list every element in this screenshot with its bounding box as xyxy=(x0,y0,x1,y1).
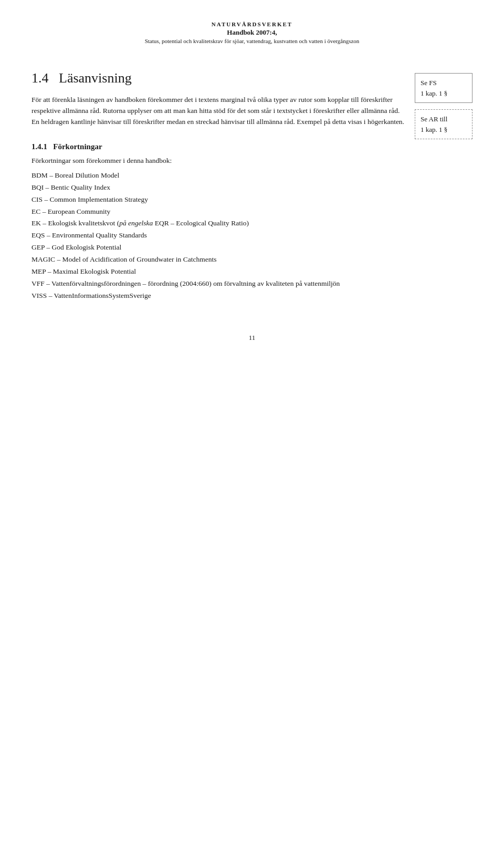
eqs-expansion: Environmental Quality Standards xyxy=(52,231,147,239)
list-item: CIS – Common Implementation Strategy xyxy=(32,194,404,206)
subsection-title: Förkortningar xyxy=(53,142,102,151)
header-title: Handbok 2007:4, xyxy=(32,28,472,37)
page: NATURVÅRDSVERKET Handbok 2007:4, Status,… xyxy=(0,0,504,860)
page-number: 11 xyxy=(32,334,472,342)
list-item: BQI – Bentic Quality Index xyxy=(32,182,404,194)
list-item: VISS – VattenInformationsSystemSverige xyxy=(32,290,404,302)
list-item: EQS – Environmental Quality Standards xyxy=(32,230,404,242)
cis-abbrev: CIS – xyxy=(32,195,50,203)
abbrev-intro: Förkortningar som förekommer i denna han… xyxy=(32,156,404,167)
list-item: VFF – Vattenförvaltningsförordningen – f… xyxy=(32,278,404,290)
sidebar-ar-line2: 1 kap. 1 § xyxy=(421,126,447,133)
sidebar: Se FS 1 kap. 1 § Se AR till 1 kap. 1 § xyxy=(415,73,472,139)
list-item: MEP – Maximal Ekologisk Potential xyxy=(32,266,404,278)
page-header: NATURVÅRDSVERKET Handbok 2007:4, Status,… xyxy=(32,21,472,44)
sidebar-fs-line2: 1 kap. 1 § xyxy=(421,89,447,97)
list-item: EK – Ekologisk kvalitetskvot (på engelsk… xyxy=(32,217,404,230)
sidebar-ar-line1: Se AR till xyxy=(421,115,447,123)
subsection-number: 1.4.1 xyxy=(32,142,47,151)
main-content: 1.4 Läsanvisning För att förenkla läsnin… xyxy=(32,70,404,302)
header-org: NATURVÅRDSVERKET xyxy=(32,21,472,27)
subsection-heading: 1.4.1 Förkortningar xyxy=(32,142,404,151)
content-wrapper: 1.4 Läsanvisning För att förenkla läsnin… xyxy=(32,70,472,302)
list-item: MAGIC – Model of Acidification of Ground… xyxy=(32,254,404,266)
list-item: BDM – Boreal Dilution Model xyxy=(32,170,404,182)
section-title: Läsanvisning xyxy=(59,70,132,86)
section-number: 1.4 xyxy=(32,70,49,86)
cis-expansion: Common Implementation Strategy xyxy=(50,195,148,203)
abbrev-list: BDM – Boreal Dilution Model BQI – Bentic… xyxy=(32,170,404,302)
section-heading: 1.4 Läsanvisning xyxy=(32,70,404,86)
list-item: GEP – God Ekologisk Potential xyxy=(32,242,404,254)
ec-expansion: European Community xyxy=(48,208,111,215)
list-item: EC – European Community xyxy=(32,206,404,218)
sidebar-box-fs: Se FS 1 kap. 1 § xyxy=(415,73,472,103)
sidebar-fs-line1: Se FS xyxy=(421,79,437,87)
italic-label: på engelska xyxy=(119,219,153,227)
section-body: För att förenkla läsningen av handboken … xyxy=(32,95,404,128)
ec-abbrev: EC – xyxy=(32,208,48,215)
eqs-abbrev: EQS – xyxy=(32,231,52,239)
header-subtitle: Status, potential och kvalitetskrav för … xyxy=(32,38,472,44)
sidebar-box-ar: Se AR till 1 kap. 1 § xyxy=(415,109,472,139)
